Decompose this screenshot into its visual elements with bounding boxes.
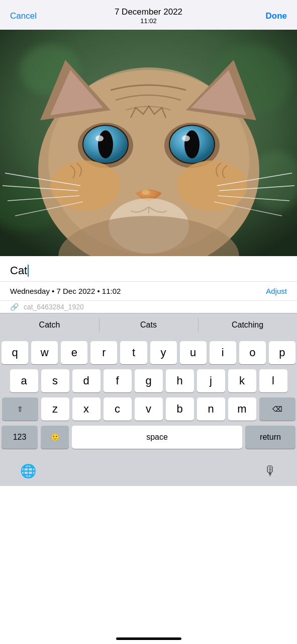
caption-area[interactable]: Cat [0, 256, 297, 282]
emoji-key[interactable]: 🙂 [41, 426, 69, 449]
globe-icon[interactable]: 🌐 [20, 463, 36, 479]
space-key[interactable]: space [72, 426, 242, 449]
key-f[interactable]: f [104, 369, 132, 392]
key-s[interactable]: s [41, 369, 69, 392]
svg-point-15 [98, 130, 113, 158]
autocomplete-bar: Catch Cats Catching [0, 313, 297, 336]
shift-key[interactable]: ⇧ [2, 397, 38, 421]
delete-key[interactable]: ⌫ [259, 397, 295, 421]
home-indicator [116, 637, 181, 640]
key-h[interactable]: h [166, 369, 194, 392]
key-b[interactable]: b [166, 397, 194, 421]
key-row-4: 123 🙂 space return [2, 426, 295, 449]
caption-text: Cat [10, 264, 27, 277]
key-row-1: q w e r t y u i o p [2, 341, 295, 364]
autocomplete-catch[interactable]: Catch [0, 313, 99, 336]
keyboard: q w e r t y u i o p a s d f g h j k l ⇧ … [0, 336, 297, 456]
photo-area [0, 30, 297, 256]
svg-point-21 [50, 160, 121, 211]
autocomplete-catching[interactable]: Catching [198, 313, 297, 336]
svg-point-23 [142, 190, 150, 195]
svg-point-22 [177, 160, 247, 211]
key-d[interactable]: d [72, 369, 101, 392]
return-key[interactable]: return [245, 426, 295, 449]
key-r[interactable]: r [90, 341, 117, 364]
key-q[interactable]: q [2, 341, 28, 364]
cat-image [0, 30, 297, 256]
caption-input[interactable]: Cat [10, 264, 287, 277]
key-row-2: a s d f g h j k l [2, 369, 295, 392]
num-key[interactable]: 123 [2, 426, 38, 449]
key-k[interactable]: k [228, 369, 256, 392]
key-y[interactable]: y [150, 341, 177, 364]
bottom-bar: 🌐 🎙 [0, 456, 297, 486]
adjust-button[interactable]: Adjust [266, 287, 287, 295]
meta-area: Wednesday • 7 Dec 2022 • 11:02 Adjust [0, 282, 297, 301]
meta-date: Wednesday • 7 Dec 2022 • 11:02 [10, 287, 121, 295]
cancel-button[interactable]: Cancel [10, 11, 40, 21]
filename-text: cat_6463284_1920 [24, 303, 84, 311]
key-v[interactable]: v [135, 397, 163, 421]
header: Cancel 7 December 2022 11:02 Done [0, 0, 297, 30]
key-i[interactable]: i [210, 341, 236, 364]
key-x[interactable]: x [72, 397, 101, 421]
text-cursor [28, 265, 29, 277]
key-m[interactable]: m [228, 397, 256, 421]
autocomplete-cats[interactable]: Cats [99, 313, 198, 336]
key-row-3: ⇧ z x c v b n m ⌫ [2, 397, 295, 421]
svg-point-16 [184, 130, 200, 158]
svg-point-18 [182, 135, 190, 141]
key-z[interactable]: z [41, 397, 69, 421]
key-e[interactable]: e [61, 341, 87, 364]
key-a[interactable]: a [10, 369, 38, 392]
done-button[interactable]: Done [257, 11, 287, 21]
key-g[interactable]: g [135, 369, 163, 392]
key-o[interactable]: o [239, 341, 266, 364]
filename-row: 🔗 cat_6463284_1920 [0, 301, 297, 313]
key-c[interactable]: c [104, 397, 132, 421]
svg-point-17 [95, 135, 104, 141]
key-p[interactable]: p [269, 341, 295, 364]
key-t[interactable]: t [120, 341, 147, 364]
header-center: 7 December 2022 11:02 [115, 7, 182, 25]
microphone-icon[interactable]: 🎙 [264, 463, 277, 479]
key-l[interactable]: l [259, 369, 287, 392]
filename-icon: 🔗 [10, 303, 19, 311]
key-n[interactable]: n [197, 397, 225, 421]
header-date: 7 December 2022 [115, 7, 182, 17]
header-time: 11:02 [115, 17, 182, 25]
key-u[interactable]: u [180, 341, 207, 364]
key-w[interactable]: w [31, 341, 58, 364]
key-j[interactable]: j [197, 369, 225, 392]
